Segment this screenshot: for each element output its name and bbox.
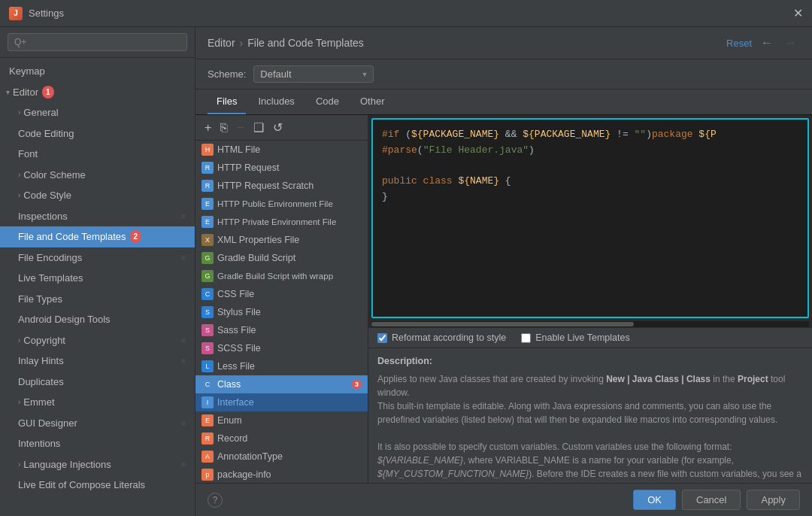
file-item-xml-props[interactable]: X XML Properties File: [195, 231, 368, 249]
sidebar-item-editor[interactable]: ▾ Editor 1: [0, 82, 195, 103]
sidebar-item-file-types[interactable]: File Types: [0, 289, 195, 310]
sidebar-item-code-editing[interactable]: Code Editing: [0, 123, 195, 144]
code-editor[interactable]: #if (${PACKAGE_NAME} && ${PACKAGE_NAME} …: [371, 118, 809, 318]
html-file-label: HTML File: [217, 144, 260, 155]
color-scheme-label: Color Scheme: [23, 168, 85, 183]
back-button[interactable]: ←: [758, 35, 776, 51]
file-item-http-public[interactable]: E HTTP Public Environment File: [195, 195, 368, 213]
record-icon: R: [201, 433, 214, 445]
copy-template-button[interactable]: ⎘: [217, 120, 231, 136]
code-editing-label: Code Editing: [18, 126, 74, 141]
sidebar-item-intentions[interactable]: Intentions: [0, 433, 195, 454]
xml-props-label: XML Properties File: [217, 235, 299, 245]
sidebar-item-keymap[interactable]: Keymap: [0, 61, 195, 82]
file-item-annotation[interactable]: A AnnotationType: [195, 448, 368, 466]
scheme-select[interactable]: Default Project: [253, 65, 374, 83]
sidebar-item-inspections[interactable]: Inspections ≡: [0, 206, 195, 227]
live-templates-option-label: Enable Live Templates: [535, 332, 630, 343]
file-item-less[interactable]: L Less File: [195, 357, 368, 375]
file-item-enum[interactable]: E Enum: [195, 411, 368, 429]
file-item-record[interactable]: R Record: [195, 429, 368, 448]
live-templates-checkbox-label[interactable]: Enable Live Templates: [521, 332, 630, 343]
record-label: Record: [217, 433, 247, 444]
breadcrumb: Editor › File and Code Templates: [208, 37, 364, 49]
file-item-css[interactable]: C CSS File: [195, 285, 368, 303]
tab-files[interactable]: Files: [208, 90, 246, 114]
sidebar-item-duplicates[interactable]: Duplicates: [0, 372, 195, 393]
copyright-scroll: ≡: [181, 335, 186, 346]
sidebar-item-code-style[interactable]: › Code Style: [0, 185, 195, 206]
file-item-http-scratch[interactable]: R HTTP Request Scratch: [195, 177, 368, 195]
css-icon: C: [201, 288, 214, 300]
gradle-wrapper-icon: G: [201, 270, 214, 282]
sidebar-item-font[interactable]: Font: [0, 144, 195, 165]
editor-panel: #if (${PACKAGE_NAME} && ${PACKAGE_NAME} …: [368, 115, 812, 483]
file-item-package-info[interactable]: p package-info: [195, 466, 368, 483]
panel-header: Editor › File and Code Templates Reset ←…: [195, 27, 812, 59]
reset-button[interactable]: Reset: [726, 38, 752, 49]
file-encodings-scroll: ≡: [181, 252, 186, 263]
sidebar-item-live-edit[interactable]: Live Edit of Compose Literals: [0, 475, 195, 496]
live-templates-checkbox[interactable]: [521, 333, 531, 343]
file-item-gradle-wrapper[interactable]: G Gradle Build Script with wrapp: [195, 267, 368, 285]
sidebar-item-language-injections[interactable]: › Language Injections ≡: [0, 454, 195, 475]
title-bar: J Settings ✕: [0, 0, 812, 27]
remove-template-button[interactable]: −: [234, 120, 247, 136]
tab-code[interactable]: Code: [307, 90, 348, 114]
scheme-row: Scheme: Default Project: [195, 59, 812, 90]
sidebar-item-live-templates[interactable]: Live Templates: [0, 268, 195, 289]
reformat-checkbox-label[interactable]: Reformat according to style: [377, 332, 506, 343]
description-text: Applies to new Java classes that are cre…: [377, 372, 803, 483]
http-public-icon: E: [201, 198, 214, 210]
annotation-icon: A: [201, 451, 214, 463]
general-label: General: [23, 105, 58, 120]
tab-other[interactable]: Other: [351, 90, 394, 114]
sidebar-item-copyright[interactable]: › Copyright ≡: [0, 330, 195, 351]
forward-button[interactable]: →: [782, 35, 800, 51]
android-design-tools-label: Android Design Tools: [18, 312, 111, 327]
editor-scrollbar[interactable]: [371, 321, 809, 327]
file-item-interface[interactable]: I Interface: [195, 393, 368, 411]
tab-includes[interactable]: Includes: [249, 90, 303, 114]
reformat-checkbox[interactable]: [377, 333, 387, 343]
file-item-scss[interactable]: S SCSS File: [195, 339, 368, 357]
sidebar-item-gui-designer[interactable]: GUI Designer ≡: [0, 413, 195, 434]
package-info-label: package-info: [217, 469, 271, 480]
sidebar-item-general[interactable]: › General: [0, 102, 195, 123]
file-list-panel: + ⎘ − ❑ ↺ H HTML File R HTTP Request: [195, 115, 368, 483]
breadcrumb-parent: Editor: [208, 37, 235, 49]
file-item-class[interactable]: C Class 3: [195, 375, 368, 393]
inlay-hints-scroll: ≡: [181, 355, 186, 366]
cancel-button[interactable]: Cancel: [682, 490, 741, 510]
scheme-label: Scheme:: [208, 68, 246, 80]
editor-arrow: ▾: [6, 87, 10, 98]
file-item-stylus[interactable]: S Stylus File: [195, 303, 368, 321]
sidebar-item-color-scheme[interactable]: › Color Scheme: [0, 165, 195, 186]
sidebar-item-emmet[interactable]: › Emmet: [0, 392, 195, 413]
sidebar-item-android-design-tools[interactable]: Android Design Tools: [0, 309, 195, 330]
sidebar-item-file-and-code-templates[interactable]: File and Code Templates 2: [0, 226, 195, 247]
lang-injections-scroll: ≡: [181, 459, 186, 470]
code-line-5: }: [382, 190, 798, 205]
reset-template-button[interactable]: ↺: [270, 119, 286, 136]
class-icon: C: [201, 378, 214, 390]
sidebar-item-file-encodings[interactable]: File Encodings ≡: [0, 247, 195, 269]
apply-button[interactable]: Apply: [747, 490, 800, 510]
add-template-button[interactable]: +: [201, 120, 214, 136]
file-item-http-request[interactable]: R HTTP Request: [195, 159, 368, 177]
file-item-http-private[interactable]: E HTTP Private Environment File: [195, 213, 368, 231]
clone-template-button[interactable]: ❑: [250, 119, 267, 136]
gradle-wrapper-label: Gradle Build Script with wrapp: [217, 272, 333, 281]
file-item-gradle-build[interactable]: G Gradle Build Script: [195, 249, 368, 267]
editor-badge: 1: [42, 86, 54, 99]
help-button[interactable]: ?: [208, 493, 223, 508]
file-item-html[interactable]: H HTML File: [195, 141, 368, 159]
sidebar-item-inlay-hints[interactable]: Inlay Hints ≡: [0, 351, 195, 372]
close-button[interactable]: ✕: [793, 8, 803, 20]
ok-button[interactable]: OK: [633, 490, 676, 510]
intentions-label: Intentions: [18, 436, 60, 451]
inspections-scroll: ≡: [181, 211, 186, 222]
file-item-sass[interactable]: S Sass File: [195, 321, 368, 339]
search-input[interactable]: [8, 33, 187, 51]
gui-designer-label: GUI Designer: [18, 416, 77, 431]
